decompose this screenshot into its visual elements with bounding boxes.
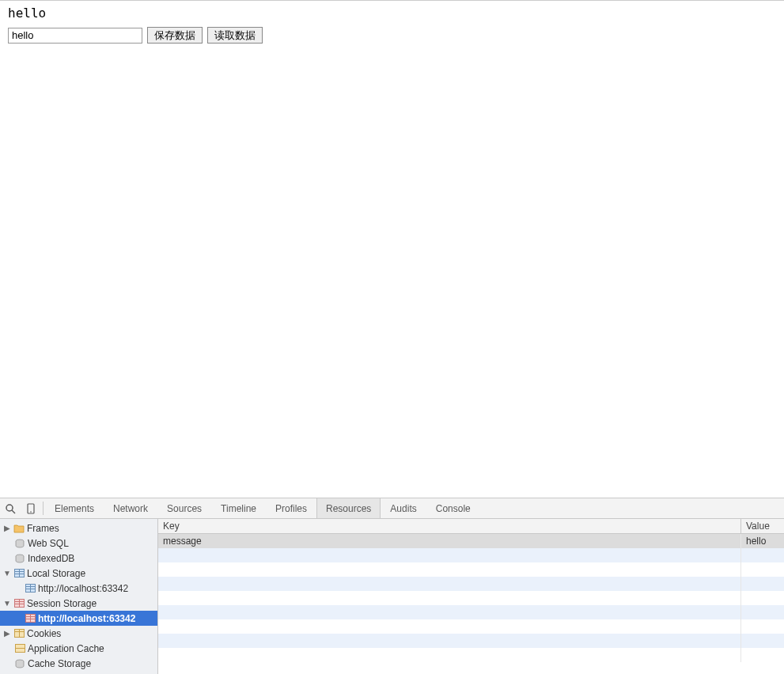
cookie-icon [13, 628, 25, 639]
tree-item-indexeddb[interactable]: IndexedDB [0, 551, 157, 566]
tree-label: Session Storage [27, 598, 97, 609]
tab-resources[interactable]: Resources [316, 498, 381, 518]
tree-item-session-storage[interactable]: ▼ Session Storage [0, 596, 157, 611]
svg-point-3 [30, 511, 32, 513]
appcache-icon [14, 643, 25, 654]
cell-value: hello [741, 534, 784, 548]
table-icon [13, 598, 25, 609]
database-icon [14, 658, 25, 669]
storage-table-header: Key Value [158, 519, 784, 534]
search-icon[interactable] [0, 498, 21, 518]
table-row[interactable] [158, 548, 784, 562]
tree-item-frames[interactable]: ▶ Frames [0, 521, 157, 536]
tree-label: http://localhost:63342 [38, 583, 128, 594]
tree-item-session-storage-origin[interactable]: ▶ http://localhost:63342 [0, 611, 157, 626]
tree-item-local-storage-origin[interactable]: ▶ http://localhost:63342 [0, 581, 157, 596]
tab-elements[interactable]: Elements [45, 498, 104, 518]
tab-console[interactable]: Console [426, 498, 480, 518]
save-button[interactable]: 保存数据 [147, 27, 203, 44]
table-row[interactable] [158, 577, 784, 591]
chevron-right-icon: ▶ [3, 630, 11, 638]
table-row[interactable] [158, 619, 784, 634]
tab-sources[interactable]: Sources [157, 498, 211, 518]
page-viewport: hello 保存数据 读取数据 [0, 0, 784, 498]
tree-label: Local Storage [27, 568, 85, 579]
storage-table-panel: Key Value messagehello [158, 519, 784, 674]
tree-item-websql[interactable]: Web SQL [0, 536, 157, 551]
database-icon [14, 553, 25, 564]
folder-icon [13, 523, 25, 534]
text-input[interactable] [8, 28, 142, 44]
page-heading: hello [8, 6, 776, 21]
tree-item-local-storage[interactable]: ▼ Local Storage [0, 566, 157, 581]
column-header-key[interactable]: Key [158, 519, 741, 533]
tab-network[interactable]: Network [104, 498, 157, 518]
tab-timeline[interactable]: Timeline [211, 498, 266, 518]
tree-label: Cookies [27, 628, 61, 639]
table-icon [25, 613, 36, 624]
table-row[interactable] [158, 634, 784, 648]
column-header-value[interactable]: Value [741, 519, 784, 533]
devtools-tabs: Elements Network Sources Timeline Profil… [0, 498, 784, 519]
tab-audits[interactable]: Audits [381, 498, 426, 518]
divider [43, 502, 44, 515]
tree-label: http://localhost:63342 [38, 613, 135, 624]
table-icon [13, 568, 25, 579]
tree-label: Frames [27, 523, 59, 534]
table-row[interactable] [158, 562, 784, 577]
resources-tree: ▶ Frames Web SQL IndexedDB ▼ [0, 519, 158, 674]
table-row[interactable]: messagehello [158, 534, 784, 548]
form-row: 保存数据 读取数据 [8, 27, 776, 44]
table-row[interactable] [158, 591, 784, 605]
database-icon [14, 538, 25, 549]
table-row[interactable] [158, 648, 784, 662]
tab-profiles[interactable]: Profiles [266, 498, 316, 518]
svg-point-0 [6, 505, 13, 511]
read-button[interactable]: 读取数据 [207, 27, 263, 44]
devtools-panel: Elements Network Sources Timeline Profil… [0, 498, 784, 674]
chevron-down-icon: ▼ [3, 600, 11, 608]
chevron-right-icon: ▶ [3, 524, 11, 532]
svg-line-1 [12, 510, 15, 513]
tree-label: Cache Storage [28, 658, 91, 669]
devtools-body: ▶ Frames Web SQL IndexedDB ▼ [0, 519, 784, 674]
tree-label: Web SQL [28, 538, 69, 549]
tree-item-cache-storage[interactable]: Cache Storage [0, 656, 157, 671]
cell-key: message [158, 534, 741, 548]
table-row[interactable] [158, 605, 784, 619]
tree-label: Application Cache [28, 643, 104, 654]
tree-item-appcache[interactable]: Application Cache [0, 641, 157, 656]
storage-table-rows: messagehello [158, 534, 784, 674]
tree-item-cookies[interactable]: ▶ Cookies [0, 626, 157, 641]
tree-label: IndexedDB [28, 553, 74, 564]
chevron-down-icon: ▼ [3, 570, 11, 577]
table-icon [25, 583, 36, 594]
device-icon[interactable] [21, 498, 41, 518]
